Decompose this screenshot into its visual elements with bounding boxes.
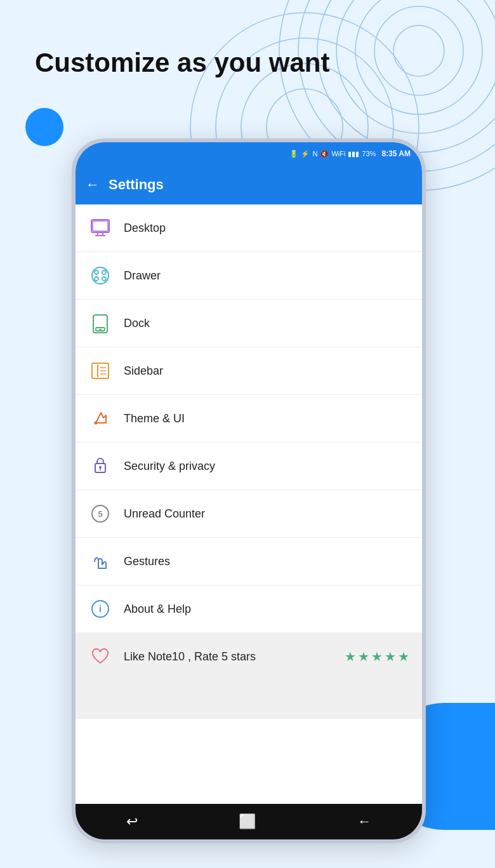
svg-point-18 <box>102 270 106 274</box>
bluetooth-icon: ⚡ <box>301 150 310 158</box>
settings-list: Desktop Drawer <box>76 204 422 804</box>
svg-point-20 <box>102 277 106 281</box>
settings-item-security[interactable]: Security & privacy <box>76 443 422 490</box>
desktop-icon <box>88 216 112 240</box>
svg-point-4 <box>317 0 495 152</box>
star-3: ★ <box>371 649 383 664</box>
unread-icon: 5 <box>88 502 112 526</box>
app-bar-title: Settings <box>109 177 164 193</box>
svg-point-2 <box>355 0 482 114</box>
dock-icon <box>88 311 112 335</box>
gestures-label: Gestures <box>124 555 409 568</box>
rate-label: Like Note10 , Rate 5 stars <box>124 650 333 664</box>
accent-circle <box>25 108 63 146</box>
theme-label: Theme & UI <box>124 412 409 425</box>
settings-item-sidebar[interactable]: Sidebar <box>76 347 422 395</box>
settings-item-drawer[interactable]: Drawer <box>76 252 422 300</box>
svg-point-3 <box>336 0 495 133</box>
headline: Customize as you want <box>35 48 329 78</box>
heart-icon <box>88 644 112 669</box>
security-icon <box>88 454 112 478</box>
status-time: 8:35 AM <box>381 149 411 158</box>
nav-home-button[interactable]: ⬜ <box>226 808 268 835</box>
svg-point-23 <box>100 329 102 331</box>
star-5: ★ <box>398 649 409 664</box>
svg-point-17 <box>95 270 98 274</box>
svg-point-19 <box>95 277 98 281</box>
svg-point-31 <box>99 466 102 469</box>
svg-point-0 <box>393 25 444 76</box>
gestures-icon <box>88 549 112 573</box>
settings-item-gestures[interactable]: Gestures <box>76 538 422 585</box>
star-2: ★ <box>358 649 369 664</box>
unread-label: Unread Counter <box>124 507 409 521</box>
settings-item-desktop[interactable]: Desktop <box>76 204 422 252</box>
sidebar-label: Sidebar <box>124 364 409 378</box>
star-4: ★ <box>385 649 396 664</box>
status-bar: 🔋 ⚡ N 🔇 WiFi ▮▮▮ 73% 8:35 AM <box>76 142 422 165</box>
battery-icon: 🔋 <box>289 150 298 158</box>
settings-item-theme[interactable]: Theme & UI <box>76 395 422 443</box>
svg-text:5: 5 <box>98 509 102 519</box>
svg-point-1 <box>374 6 463 95</box>
theme-icon <box>88 406 112 431</box>
drawer-label: Drawer <box>124 269 409 283</box>
sidebar-icon <box>88 359 112 383</box>
about-icon: i <box>88 597 112 621</box>
settings-item-rate[interactable]: Like Note10 , Rate 5 stars ★ ★ ★ ★ ★ <box>76 633 422 681</box>
mute-icon: 🔇 <box>320 150 329 158</box>
nav-recents-button[interactable]: ↩ <box>114 808 150 835</box>
bottom-navigation: ↩ ⬜ ← <box>76 804 422 839</box>
star-1: ★ <box>345 649 356 664</box>
app-bar: ← Settings <box>76 165 422 204</box>
star-rating[interactable]: ★ ★ ★ ★ ★ <box>345 649 409 664</box>
security-label: Security & privacy <box>124 460 409 473</box>
drawer-icon <box>88 264 112 288</box>
svg-rect-11 <box>91 220 109 232</box>
svg-text:i: i <box>99 604 102 614</box>
nav-back-button[interactable]: ← <box>345 808 384 835</box>
svg-point-16 <box>92 267 109 284</box>
svg-rect-12 <box>93 221 108 231</box>
signal-icon: ▮▮▮ <box>348 150 359 158</box>
status-icons: 🔋 ⚡ N 🔇 WiFi ▮▮▮ 73% <box>289 150 376 158</box>
svg-point-29 <box>95 422 98 425</box>
settings-item-about[interactable]: i About & Help <box>76 585 422 633</box>
settings-item-unread[interactable]: 5 Unread Counter <box>76 490 422 538</box>
battery-percent: 73% <box>362 150 376 157</box>
desktop-label: Desktop <box>124 222 409 235</box>
about-label: About & Help <box>124 603 409 616</box>
back-button[interactable]: ← <box>86 177 100 193</box>
nfc-icon: N <box>312 150 317 157</box>
phone-frame: 🔋 ⚡ N 🔇 WiFi ▮▮▮ 73% 8:35 AM ← Settings <box>72 138 426 843</box>
dock-label: Dock <box>124 317 409 330</box>
wifi-icon: WiFi <box>331 150 345 157</box>
bottom-spacer <box>76 681 422 719</box>
settings-item-dock[interactable]: Dock <box>76 300 422 347</box>
